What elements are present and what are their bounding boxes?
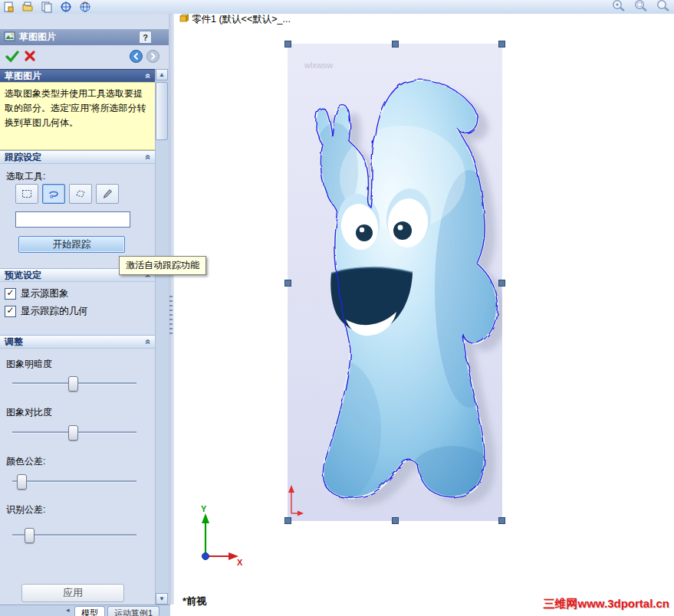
show-traced-geometry-checkbox[interactable]: ✓ — [5, 306, 16, 317]
checkbox-label: 显示源图象 — [21, 287, 69, 300]
slider-thumb[interactable] — [68, 425, 78, 441]
start-trace-button[interactable]: 开始跟踪 — [18, 236, 125, 253]
rect-select-icon — [21, 188, 33, 200]
show-traced-geometry-row: ✓ 显示跟踪的几何 — [5, 305, 88, 317]
coordinate-triad: Y X — [186, 504, 246, 572]
sketch-origin[interactable] — [284, 483, 304, 518]
color-tolerance-slider — [12, 474, 136, 488]
apply-button[interactable]: 应用 — [21, 584, 124, 602]
image-watermark: wlxwsw — [304, 61, 333, 70]
slider-thumb[interactable] — [17, 474, 27, 490]
copy-icon[interactable] — [40, 1, 54, 13]
selection-handle-se[interactable] — [498, 517, 505, 524]
color-picker-tool[interactable] — [96, 184, 119, 204]
forward-button[interactable] — [146, 49, 160, 64]
help-button[interactable]: ? — [139, 31, 152, 44]
checkbox-label: 显示跟踪的几何 — [21, 305, 88, 318]
mascot-image: wlxwsw — [288, 44, 502, 521]
show-source-image-checkbox[interactable]: ✓ — [5, 288, 16, 300]
property-manager-panel: 草图图片 ? 草图图片 « 选取图象类型并使用工具选取要提取的部分。选定'应用'… — [0, 14, 169, 605]
contrast-slider — [12, 425, 136, 439]
collapse-icon[interactable]: « — [143, 155, 154, 160]
selection-handle-ne[interactable] — [498, 41, 505, 48]
scroll-up-icon[interactable]: ▲ — [156, 69, 168, 80]
document-tab-title: 零件1 (默认<<默认>_... — [192, 13, 291, 26]
view-orientation-label: *前视 — [182, 595, 206, 608]
selection-handle-nw[interactable] — [284, 41, 291, 48]
new-part-icon[interactable] — [2, 1, 15, 13]
slider-track[interactable] — [12, 480, 136, 483]
contrast-label: 图象对比度 — [6, 406, 52, 419]
section-sketch-picture[interactable]: 草图图片 « — [0, 69, 156, 83]
graphics-area[interactable]: 零件1 (默认<<默认>_... — [174, 14, 674, 616]
tooltip: 激活自动跟踪功能 — [119, 256, 206, 275]
part-icon — [179, 13, 189, 25]
selection-handle-s[interactable] — [392, 517, 399, 524]
trace-value-input[interactable] — [15, 211, 130, 228]
open-icon[interactable] — [21, 1, 35, 13]
lasso-select-icon — [48, 188, 60, 200]
panel-scrollbar[interactable]: ▲ ▼ — [155, 69, 169, 605]
target-icon[interactable] — [59, 1, 73, 13]
ok-button[interactable] — [5, 49, 19, 64]
panel-title-bar: 草图图片 ? — [0, 29, 169, 45]
zoom-in-icon[interactable] — [611, 0, 626, 15]
tab-model[interactable]: 模型 — [74, 606, 105, 616]
cancel-button[interactable] — [23, 49, 38, 64]
back-button[interactable] — [129, 49, 143, 64]
polygon-select-tool[interactable] — [69, 184, 92, 204]
recognition-tolerance-label: 识别公差: — [6, 503, 45, 516]
polygon-select-icon — [74, 188, 87, 200]
collapse-icon[interactable]: « — [143, 74, 154, 79]
view-toolbar — [611, 0, 671, 14]
splitter-grip-icon[interactable] — [169, 296, 173, 334]
tab-motion-study[interactable]: 运动算例1 — [107, 606, 159, 616]
tab-scroll-left-icon[interactable]: ◂ — [66, 606, 70, 614]
brightness-slider — [12, 376, 136, 390]
scrollbar-thumb[interactable] — [156, 82, 168, 140]
section-adjust[interactable]: 调整 « — [0, 335, 156, 349]
slider-thumb[interactable] — [68, 376, 78, 392]
axis-y-label: Y — [201, 504, 207, 513]
toolbar-icon-group — [2, 0, 92, 14]
lasso-select-tool[interactable] — [42, 184, 65, 204]
info-message: 选取图象类型并使用工具选取要提取的部分。选定'应用'将所选部分转换到草图几何体。 — [0, 82, 156, 150]
selection-handle-n[interactable] — [392, 41, 399, 48]
recognition-tolerance-slider — [12, 528, 136, 542]
eyedropper-icon — [101, 188, 113, 200]
zoom-window-icon[interactable] — [633, 0, 649, 15]
zoom-fit-icon[interactable] — [656, 0, 671, 15]
slider-thumb[interactable] — [25, 528, 35, 543]
main-toolbar — [0, 0, 674, 15]
section-trace-settings[interactable]: 跟踪设定 « — [0, 150, 156, 164]
status-tabs: ◂ 模型 运动算例1 — [0, 605, 170, 616]
panel-title: 草图图片 — [19, 31, 56, 44]
ok-cancel-row — [0, 48, 169, 67]
color-tolerance-label: 颜色公差: — [6, 455, 45, 468]
rect-select-tool[interactable] — [15, 184, 38, 204]
web-icon[interactable] — [78, 1, 92, 13]
site-watermark: 三维网www.3dportal.cn — [544, 597, 669, 611]
scroll-down-icon[interactable]: ▼ — [156, 593, 168, 605]
document-tab[interactable]: 零件1 (默认<<默认>_... — [179, 14, 291, 25]
selection-tools-label: 选取工具: — [6, 170, 45, 183]
brightness-label: 图象明暗度 — [6, 358, 52, 371]
selection-handle-e[interactable] — [498, 280, 505, 287]
selection-handle-w[interactable] — [284, 280, 291, 287]
axis-x-label: X — [237, 558, 243, 567]
show-source-image-row: ✓ 显示源图象 — [5, 287, 69, 300]
sketch-picture-icon — [4, 31, 15, 44]
sketch-picture[interactable]: wlxwsw — [288, 44, 502, 521]
collapse-icon[interactable]: « — [143, 339, 154, 345]
selection-handle-sw[interactable] — [284, 517, 291, 524]
